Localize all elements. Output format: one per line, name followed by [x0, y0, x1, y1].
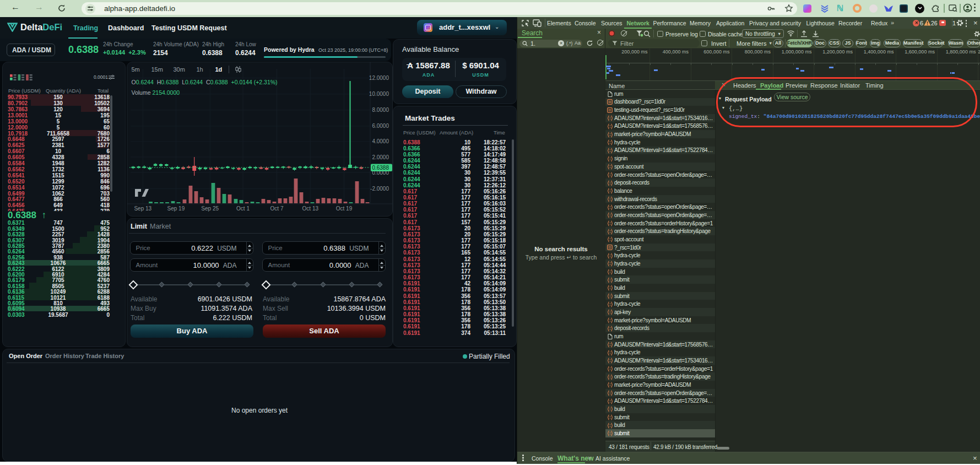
svg-text:Sep 25: Sep 25 [201, 206, 219, 212]
svg-text:Oct 1: Oct 1 [236, 206, 250, 212]
svg-text:8.0000: 8.0000 [372, 107, 389, 113]
svg-text:12.0000: 12.0000 [369, 75, 389, 81]
svg-text:-2.0000: -2.0000 [370, 186, 389, 192]
svg-text:Sep 19: Sep 19 [167, 206, 185, 212]
svg-text:4.0000: 4.0000 [372, 138, 389, 144]
svg-text:0.6388: 0.6388 [372, 165, 389, 171]
svg-text:10.0000: 10.0000 [369, 91, 389, 97]
svg-text:Sep 13: Sep 13 [134, 206, 151, 212]
svg-text:6.0000: 6.0000 [372, 123, 389, 129]
svg-text:2.0000: 2.0000 [372, 154, 389, 160]
svg-text:Oct 13: Oct 13 [302, 206, 318, 212]
svg-text:Oct 7: Oct 7 [270, 206, 283, 212]
svg-text:Oct 19: Oct 19 [335, 206, 352, 212]
